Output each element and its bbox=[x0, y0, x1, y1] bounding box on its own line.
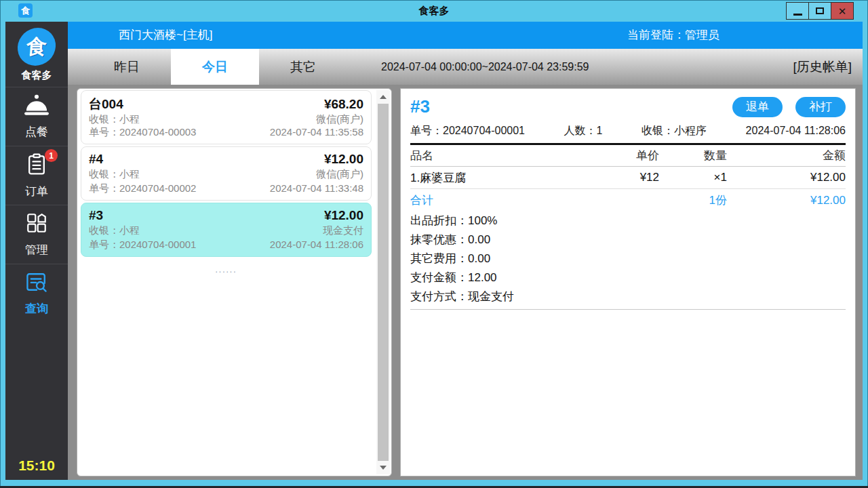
summary-rounding: 抹零优惠：0.00 bbox=[410, 230, 846, 249]
order-cards: 台004 ¥68.20 收银：小程 微信(商户) 单号：20240704-000… bbox=[77, 89, 375, 476]
item-amount: ¥12.00 bbox=[727, 171, 846, 184]
bill-total-row: 合计 1份 ¥12.00 bbox=[410, 189, 846, 211]
order-time: 2024-07-04 11:35:58 bbox=[270, 126, 363, 138]
order-amount: ¥12.00 bbox=[324, 152, 363, 167]
grid-icon bbox=[25, 211, 48, 237]
item-qty: ×1 bbox=[659, 171, 727, 184]
sidebar-item-orders[interactable]: 1 订单 bbox=[5, 146, 68, 205]
brand-logo: 食 食客多 bbox=[5, 22, 68, 87]
sidebar-item-manage[interactable]: 管理 bbox=[5, 205, 68, 264]
bill-header-row: 品名 单价 数量 金额 bbox=[410, 145, 846, 167]
brand-name: 食客多 bbox=[22, 69, 52, 82]
order-payment: 现金支付 bbox=[323, 224, 363, 237]
maximize-icon bbox=[816, 7, 824, 14]
summary-paid: 支付金额：12.00 bbox=[410, 268, 846, 287]
app-window: 食 食客多 ✕ 食 食客多 点餐 1 bbox=[0, 0, 868, 488]
col-item-name: 品名 bbox=[410, 148, 585, 163]
order-title: 台004 bbox=[89, 96, 123, 113]
order-card[interactable]: #4 ¥12.00 收银：小程 微信(商户) 单号：20240704-00002… bbox=[81, 146, 372, 201]
minimize-button[interactable] bbox=[786, 2, 809, 20]
col-quantity: 数量 bbox=[659, 148, 727, 163]
summary-other-fee: 其它费用：0.00 bbox=[410, 249, 846, 268]
sidebar-item-query[interactable]: 查询 bbox=[5, 264, 68, 323]
bill-item-row: 1.麻婆豆腐 ¥12 ×1 ¥12.00 bbox=[410, 167, 846, 189]
history-bills-link[interactable]: [历史帐单] bbox=[793, 49, 852, 85]
sidebar-item-label: 订单 bbox=[25, 184, 48, 199]
load-more-indicator[interactable]: ...... bbox=[81, 265, 372, 274]
order-detail-panel: #3 退单 补打 单号：20240704-00001 人数：1 收银：小程序 2… bbox=[400, 88, 856, 476]
list-scrollbar[interactable] bbox=[376, 90, 390, 474]
header-bar: 西门大酒楼~[主机] 当前登陆：管理员 bbox=[68, 22, 863, 49]
sidebar-item-label: 查询 bbox=[25, 301, 48, 317]
bill-summary: 出品折扣：100% 抹零优惠：0.00 其它费用：0.00 支付金额：12.00… bbox=[410, 211, 846, 310]
date-range: 2024-07-04 00:00:00~2024-07-04 23:59:59 bbox=[381, 49, 589, 85]
order-amount: ¥68.20 bbox=[324, 97, 363, 112]
sidebar-item-label: 点餐 bbox=[25, 124, 48, 140]
total-qty: 1份 bbox=[659, 192, 727, 208]
order-number: 单号：20240704-00001 bbox=[89, 239, 196, 251]
window-controls: ✕ bbox=[787, 2, 854, 20]
maximize-button[interactable] bbox=[808, 2, 831, 20]
search-document-icon bbox=[24, 270, 50, 296]
scroll-up-icon[interactable] bbox=[376, 92, 390, 102]
scroll-down-icon[interactable] bbox=[376, 462, 390, 473]
order-card-selected[interactable]: #3 ¥12.00 收银：小程 现金支付 单号：20240704-00001 2… bbox=[81, 203, 372, 257]
content-area: 台004 ¥68.20 收银：小程 微信(商户) 单号：20240704-000… bbox=[68, 85, 863, 480]
cloche-icon bbox=[24, 94, 50, 119]
col-amount: 金额 bbox=[727, 148, 846, 163]
total-label: 合计 bbox=[410, 192, 585, 208]
login-info: 当前登陆：管理员 bbox=[627, 22, 719, 49]
detail-guests: 人数：1 bbox=[564, 124, 603, 138]
brand-logo-icon: 食 bbox=[16, 28, 57, 66]
clock: 15:10 bbox=[5, 458, 68, 474]
minimize-icon bbox=[793, 14, 802, 16]
order-title: #4 bbox=[89, 152, 103, 167]
order-number: 单号：20240704-00002 bbox=[89, 182, 196, 195]
detail-order-number: 单号：20240704-00001 bbox=[410, 124, 525, 138]
order-cashier: 收银：小程 bbox=[89, 168, 140, 181]
summary-discount: 出品折扣：100% bbox=[410, 211, 846, 230]
sidebar-spacer bbox=[5, 323, 68, 458]
item-name: 1.麻婆豆腐 bbox=[410, 170, 585, 186]
order-number: 单号：20240704-00003 bbox=[89, 126, 196, 139]
order-cashier: 收银：小程 bbox=[89, 224, 140, 237]
close-button[interactable]: ✕ bbox=[831, 2, 854, 20]
orders-badge: 1 bbox=[45, 149, 58, 162]
sidebar-item-order-food[interactable]: 点餐 bbox=[5, 87, 68, 146]
title-bar: 食 食客多 ✕ bbox=[0, 0, 868, 22]
col-unit-price: 单价 bbox=[585, 148, 659, 163]
tab-yesterday[interactable]: 昨日 bbox=[83, 49, 171, 85]
total-amount: ¥12.00 bbox=[727, 194, 846, 207]
reprint-button[interactable]: 补打 bbox=[795, 97, 846, 117]
detail-order-title: #3 bbox=[410, 96, 430, 117]
order-cashier: 收银：小程 bbox=[89, 113, 140, 126]
sidebar-item-label: 管理 bbox=[25, 242, 48, 258]
order-title: #3 bbox=[89, 208, 103, 223]
order-time: 2024-07-04 11:28:06 bbox=[270, 239, 363, 250]
detail-cashier: 收银：小程序 bbox=[642, 124, 707, 138]
main-area: 西门大酒楼~[主机] 当前登陆：管理员 昨日 今日 其它 2024-07-04 … bbox=[68, 22, 863, 480]
tab-bar: 昨日 今日 其它 2024-07-04 00:00:00~2024-07-04 … bbox=[68, 49, 863, 85]
tab-today[interactable]: 今日 bbox=[171, 49, 259, 85]
sidebar: 食 食客多 点餐 1 订单 bbox=[5, 22, 68, 480]
close-icon: ✕ bbox=[838, 6, 847, 16]
order-time: 2024-07-04 11:33:48 bbox=[270, 182, 363, 194]
store-name: 西门大酒楼~[主机] bbox=[119, 22, 212, 49]
item-price: ¥12 bbox=[585, 171, 659, 184]
order-list-panel: 台004 ¥68.20 收银：小程 微信(商户) 单号：20240704-000… bbox=[77, 88, 392, 476]
order-payment: 微信(商户) bbox=[316, 113, 363, 126]
refund-button[interactable]: 退单 bbox=[732, 97, 783, 117]
detail-info-row: 单号：20240704-00001 人数：1 收银：小程序 2024-07-04… bbox=[410, 124, 846, 145]
order-amount: ¥12.00 bbox=[324, 208, 363, 223]
detail-time: 2024-07-04 11:28:06 bbox=[746, 125, 846, 137]
window-title: 食客多 bbox=[0, 0, 868, 22]
summary-pay-method: 支付方式：现金支付 bbox=[410, 287, 846, 306]
order-card[interactable]: 台004 ¥68.20 收银：小程 微信(商户) 单号：20240704-000… bbox=[81, 90, 372, 144]
order-payment: 微信(商户) bbox=[316, 168, 363, 181]
tab-other[interactable]: 其它 bbox=[259, 49, 347, 85]
scrollbar-thumb[interactable] bbox=[378, 104, 389, 461]
